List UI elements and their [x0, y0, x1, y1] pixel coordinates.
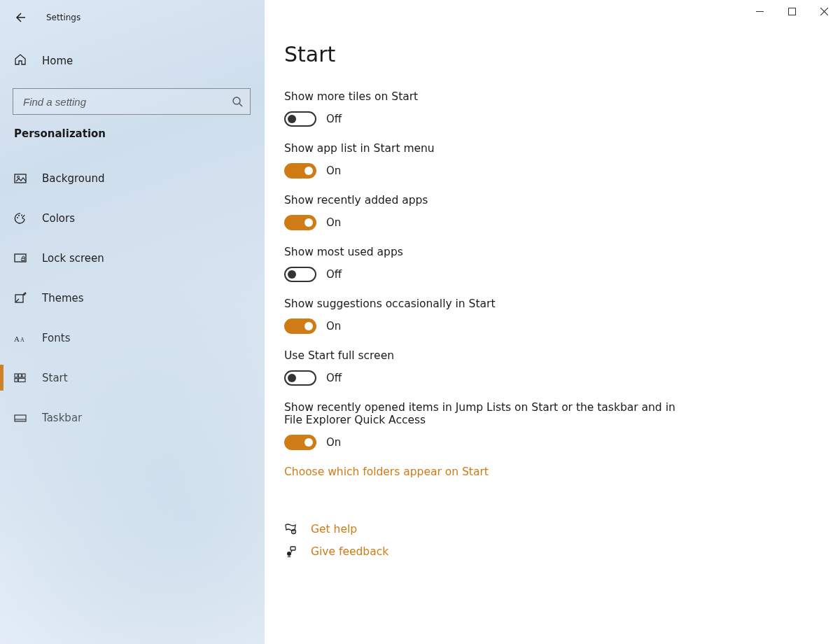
sidebar-item-taskbar[interactable]: Taskbar — [0, 398, 265, 438]
back-button[interactable] — [13, 10, 27, 24]
sidebar-item-label: Background — [42, 172, 105, 185]
toggle-state: Off — [326, 113, 342, 125]
picture-icon — [14, 172, 27, 185]
maximize-button[interactable] — [776, 0, 808, 22]
window-controls — [743, 0, 840, 22]
sidebar: Settings Home Personalization Background… — [0, 0, 265, 644]
setting-suggestions: Show suggestions occasionally in StartOn — [284, 298, 676, 334]
themes-icon — [14, 292, 27, 304]
svg-point-3 — [18, 176, 20, 178]
give-feedback-link[interactable]: Give feedback — [311, 545, 388, 558]
toggle-state: Off — [326, 268, 342, 281]
toggle-state: On — [326, 436, 341, 449]
sidebar-item-lock-screen[interactable]: Lock screen — [0, 238, 265, 278]
feedback-icon — [284, 545, 297, 558]
setting-full-screen: Use Start full screenOff — [284, 349, 676, 386]
setting-jump-lists: Show recently opened items in Jump Lists… — [284, 401, 676, 450]
sidebar-item-label: Start — [42, 372, 68, 384]
svg-rect-8 — [22, 258, 24, 261]
svg-text:?: ? — [293, 530, 295, 534]
main-content: Start Show more tiles on StartOffShow ap… — [265, 0, 840, 644]
sidebar-item-themes[interactable]: Themes — [0, 278, 265, 318]
sidebar-item-home[interactable]: Home — [0, 43, 265, 78]
setting-label: Show recently added apps — [284, 194, 676, 206]
svg-point-6 — [21, 214, 22, 216]
get-help-link[interactable]: Get help — [311, 523, 357, 536]
start-icon — [14, 372, 27, 384]
give-feedback-row[interactable]: Give feedback — [284, 545, 812, 558]
titlebar: Settings — [0, 6, 265, 28]
svg-point-4 — [17, 217, 18, 218]
home-label: Home — [42, 55, 73, 67]
page-title: Start — [284, 42, 812, 66]
setting-app-list: Show app list in Start menuOn — [284, 142, 676, 178]
toggle-suggestions[interactable] — [284, 318, 316, 334]
choose-folders-link[interactable]: Choose which folders appear on Start — [284, 465, 812, 478]
setting-most-used: Show most used appsOff — [284, 246, 676, 282]
sidebar-item-label: Colors — [42, 212, 75, 225]
sidebar-section-header: Personalization — [0, 115, 265, 144]
toggle-most-used[interactable] — [284, 267, 316, 282]
toggle-state: On — [326, 164, 341, 177]
svg-point-22 — [287, 552, 291, 556]
setting-recently-added: Show recently added appsOn — [284, 194, 676, 230]
setting-label: Show more tiles on Start — [284, 90, 676, 103]
toggle-full-screen[interactable] — [284, 370, 316, 386]
svg-rect-23 — [290, 547, 295, 550]
app-title: Settings — [46, 13, 80, 22]
setting-label: Show recently opened items in Jump Lists… — [284, 401, 676, 426]
setting-label: Use Start full screen — [284, 349, 676, 362]
search-icon — [232, 96, 243, 107]
lockscreen-icon — [14, 252, 27, 265]
get-help-row[interactable]: ? Get help — [284, 523, 812, 536]
svg-rect-15 — [15, 378, 18, 382]
sidebar-nav: BackgroundColorsLock screenThemesAAFonts… — [0, 158, 265, 438]
setting-more-tiles: Show more tiles on StartOff — [284, 90, 676, 127]
minimize-button[interactable] — [743, 0, 776, 22]
setting-label: Show app list in Start menu — [284, 142, 676, 155]
svg-rect-12 — [15, 374, 18, 377]
sidebar-item-label: Themes — [42, 292, 84, 304]
search-input[interactable] — [22, 89, 232, 114]
svg-rect-0 — [788, 8, 795, 15]
home-icon — [14, 53, 27, 69]
toggle-state: On — [326, 320, 341, 332]
toggle-jump-lists[interactable] — [284, 435, 316, 450]
svg-rect-16 — [19, 378, 26, 382]
toggle-more-tiles[interactable] — [284, 111, 316, 127]
fonts-icon: AA — [14, 332, 27, 344]
svg-point-1 — [233, 97, 240, 104]
toggle-state: Off — [326, 372, 342, 384]
svg-rect-13 — [19, 374, 22, 377]
toggle-state: On — [326, 216, 341, 229]
palette-icon — [14, 212, 27, 225]
sidebar-item-colors[interactable]: Colors — [0, 198, 265, 238]
svg-text:A: A — [20, 337, 24, 343]
setting-label: Show suggestions occasionally in Start — [284, 298, 676, 310]
svg-text:A: A — [14, 335, 20, 343]
sidebar-item-label: Lock screen — [42, 252, 104, 265]
toggle-recently-added[interactable] — [284, 215, 316, 230]
sidebar-item-label: Fonts — [42, 332, 70, 344]
taskbar-icon — [14, 412, 27, 424]
setting-label: Show most used apps — [284, 246, 676, 258]
sidebar-item-background[interactable]: Background — [0, 158, 265, 198]
get-help-icon: ? — [284, 523, 297, 536]
close-button[interactable] — [808, 0, 840, 22]
svg-point-5 — [18, 215, 20, 216]
toggle-app-list[interactable] — [284, 163, 316, 178]
sidebar-item-label: Taskbar — [42, 412, 82, 424]
search-box[interactable] — [13, 88, 251, 115]
sidebar-item-start[interactable]: Start — [0, 358, 265, 398]
svg-rect-14 — [22, 374, 25, 377]
sidebar-item-fonts[interactable]: AAFonts — [0, 318, 265, 358]
